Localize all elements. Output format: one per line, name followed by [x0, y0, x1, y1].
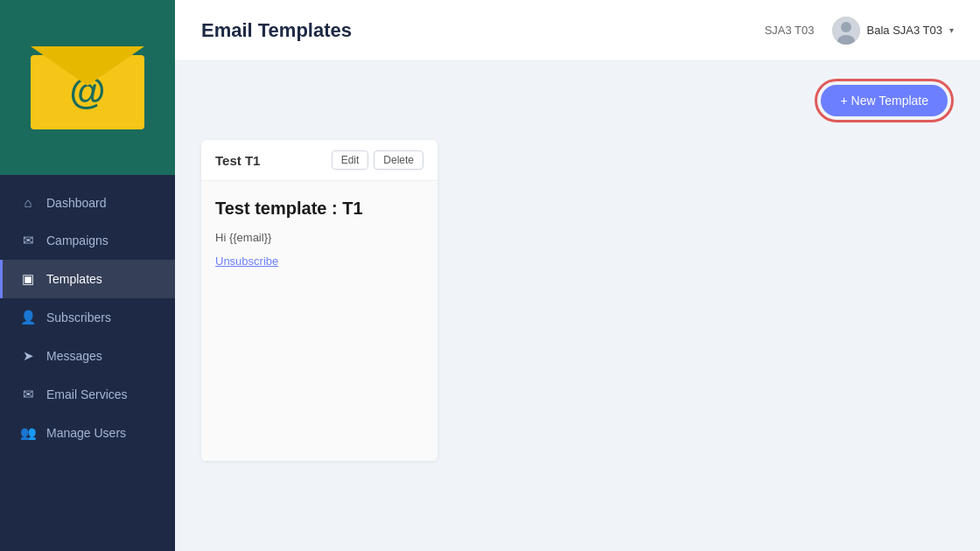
dashboard-icon: ⌂	[20, 195, 36, 210]
sidebar-item-label: Dashboard	[46, 196, 107, 210]
manage-users-icon: 👥	[20, 425, 36, 441]
sidebar-item-email-services[interactable]: ✉ Email Services	[0, 375, 175, 414]
user-name: Bala SJA3 T03	[867, 24, 942, 37]
content-area: + New Template Test T1 Edit Delete Test …	[175, 61, 980, 551]
template-actions: Edit Delete	[332, 150, 424, 170]
sidebar-item-templates[interactable]: ▣ Templates	[0, 260, 175, 298]
envelope-flap	[31, 46, 144, 86]
template-card-header: Test T1 Edit Delete	[201, 140, 438, 181]
template-card-body: Test template : T1 Hi {{email}} Unsubscr…	[201, 181, 438, 461]
page-header: Email Templates SJA3 T03 Bala SJA3 T03 ▾	[175, 0, 980, 61]
sidebar-logo: @	[0, 0, 175, 175]
campaigns-icon: ✉	[20, 233, 36, 248]
header-right: SJA3 T03 Bala SJA3 T03 ▾	[765, 17, 954, 45]
template-name: Test T1	[215, 153, 260, 168]
new-template-wrapper: + New Template	[201, 79, 954, 122]
sidebar-navigation: ⌂ Dashboard ✉ Campaigns ▣ Templates 👤 Su…	[0, 175, 175, 551]
template-card: Test T1 Edit Delete Test template : T1 H…	[201, 140, 438, 461]
sidebar-item-subscribers[interactable]: 👤 Subscribers	[0, 298, 175, 337]
chevron-down-icon: ▾	[949, 25, 954, 35]
sidebar-item-messages[interactable]: ➤ Messages	[0, 337, 175, 375]
sidebar-item-label: Email Services	[46, 387, 128, 401]
delete-template-button[interactable]: Delete	[374, 150, 424, 170]
logo-envelope: @	[31, 46, 144, 129]
unsubscribe-link[interactable]: Unsubscribe	[215, 255, 278, 268]
new-template-highlight-ring: + New Template	[815, 79, 954, 122]
edit-template-button[interactable]: Edit	[332, 150, 369, 170]
sidebar: @ ⌂ Dashboard ✉ Campaigns ▣ Templates 👤 …	[0, 0, 175, 551]
template-preview-body-text: Hi {{email}}	[215, 231, 424, 244]
sidebar-item-label: Campaigns	[46, 234, 108, 248]
templates-icon: ▣	[20, 271, 36, 287]
email-services-icon: ✉	[20, 387, 36, 402]
sidebar-item-label: Templates	[46, 272, 102, 286]
subscribers-icon: 👤	[20, 310, 36, 325]
avatar	[832, 17, 860, 45]
user-menu[interactable]: Bala SJA3 T03 ▾	[832, 17, 954, 45]
messages-icon: ➤	[20, 348, 36, 364]
main-content: Email Templates SJA3 T03 Bala SJA3 T03 ▾	[175, 0, 980, 551]
template-preview-title: Test template : T1	[215, 199, 424, 219]
sidebar-item-label: Messages	[46, 349, 102, 363]
sidebar-item-manage-users[interactable]: 👥 Manage Users	[0, 414, 175, 452]
sidebar-item-campaigns[interactable]: ✉ Campaigns	[0, 221, 175, 260]
org-name: SJA3 T03	[765, 24, 815, 37]
sidebar-item-dashboard[interactable]: ⌂ Dashboard	[0, 184, 175, 221]
page-title: Email Templates	[201, 19, 352, 42]
svg-point-1	[841, 22, 851, 32]
new-template-button[interactable]: + New Template	[821, 85, 948, 116]
sidebar-item-label: Manage Users	[46, 426, 126, 440]
templates-grid: Test T1 Edit Delete Test template : T1 H…	[201, 140, 954, 461]
sidebar-item-label: Subscribers	[46, 310, 111, 324]
